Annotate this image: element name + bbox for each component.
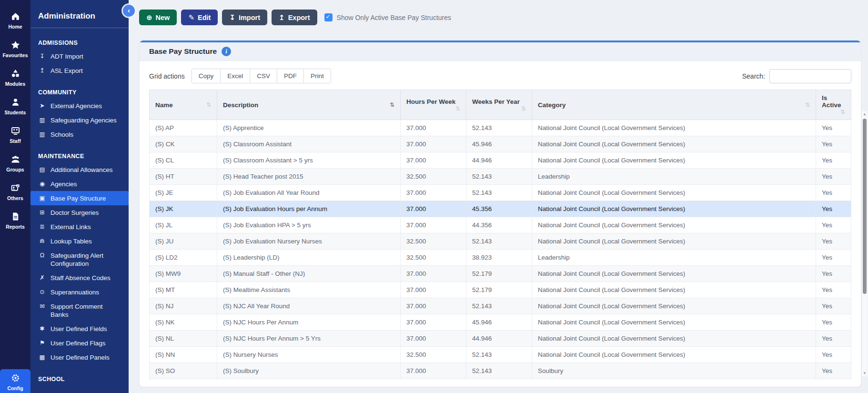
table-row[interactable]: (S) JE (S) Job Evaluation All Year Round… (150, 185, 851, 201)
star-icon (10, 40, 20, 50)
menu-item-safeguarding-agencies[interactable]: ▥ Safeguarding Agencies (30, 113, 129, 127)
menu-item-safeguarding-alert-configuration[interactable]: Ω Safeguarding Alert Configuration (30, 248, 129, 271)
paper-plane-icon: ➤ (38, 102, 46, 110)
column-header-weeks-per-year[interactable]: Weeks Per Year⇅ (466, 90, 532, 120)
export-pdf-button[interactable]: PDF (277, 69, 304, 83)
menu-item-agencies[interactable]: ◉ Agencies (30, 177, 129, 191)
panels-icon: ▦ (38, 353, 46, 362)
menu-item-schools[interactable]: ▥ Schools (30, 127, 129, 141)
export-copy-button[interactable]: Copy (192, 69, 221, 83)
menu-item-adt-import[interactable]: ↧ ADT Import (30, 49, 129, 63)
cell-is-active: Yes (816, 169, 851, 185)
cell-description: (S) Classroom Assistant (217, 136, 401, 152)
sidebar-menu-sections: ADMISSIONS ↧ ADT Import ↥ ASL Export COM… (30, 40, 129, 383)
cell-hours-per-week: 32.500 (401, 250, 466, 266)
base-pay-structure-card: Base Pay Structure i Grid actions CopyEx… (140, 40, 861, 387)
table-row[interactable]: (S) JU (S) Job Evaluation Nursery Nurses… (150, 233, 851, 250)
cell-description: (S) Leadership (LD) (217, 250, 401, 266)
menu-item-asl-export[interactable]: ↥ ASL Export (30, 63, 129, 78)
menu-item-label: External Agencies (50, 102, 102, 110)
table-row[interactable]: (S) SO (S) Soulbury 37.000 52.143 Soulbu… (150, 363, 851, 379)
menu-item-external-agencies[interactable]: ➤ External Agencies (30, 99, 129, 113)
rail-item-modules[interactable]: Modules (0, 69, 30, 87)
menu-item-user-defined-flags[interactable]: ⚑ User Defined Flags (30, 336, 129, 350)
table-row[interactable]: (S) JK (S) Job Evaluation Hours per Annu… (150, 201, 851, 217)
column-header-name[interactable]: Name⇅ (150, 90, 217, 120)
cell-is-active: Yes (816, 233, 851, 250)
menu-item-doctor-surgeries[interactable]: ⊞ Doctor Surgeries (30, 205, 129, 220)
menu-item-superannuations[interactable]: ⊙ Superannuations (30, 285, 129, 299)
cell-is-active: Yes (816, 250, 851, 266)
menu-item-base-pay-structure[interactable]: ▣ Base Pay Structure (30, 191, 129, 205)
info-icon[interactable]: i (222, 47, 231, 56)
export-print-button[interactable]: Print (303, 69, 331, 83)
table-row[interactable]: (S) CL (S) Classroom Assistant > 5 yrs 3… (150, 152, 851, 169)
menu-item-staff-absence-codes[interactable]: ✗ Staff Absence Codes (30, 271, 129, 285)
base-pay-structure-table: Name⇅ Description⇅ Hours Per Week⇅ Weeks… (149, 90, 851, 379)
menu-item-lookup-tables[interactable]: ⋒ Lookup Tables (30, 234, 129, 248)
table-row[interactable]: (S) MW9 (S) Manual Staff - Other (NJ) 37… (150, 266, 851, 282)
menu-item-support-comment-banks[interactable]: ✉ Support Comment Banks (30, 299, 129, 322)
cell-weeks-per-year: 44.356 (466, 217, 532, 233)
import-button[interactable]: ↧ Import (222, 10, 267, 25)
people-screen-icon (10, 126, 20, 136)
scroll-down-arrow-icon[interactable]: ▼ (862, 371, 868, 375)
active-filter-checkbox[interactable] (324, 13, 333, 21)
table-row[interactable]: (S) NL (S) NJC Hours Per Annum > 5 Yrs 3… (150, 331, 851, 347)
cell-name: (S) MW9 (150, 266, 217, 282)
menu-item-user-defined-fields[interactable]: ✱ User Defined Fields (30, 322, 129, 336)
column-header-is-active[interactable]: Is Active⇅ (816, 90, 851, 120)
menu-item-label: Safeguarding Agencies (50, 116, 117, 124)
cell-name: (S) LD2 (150, 250, 217, 266)
table-row[interactable]: (S) LD2 (S) Leadership (LD) 32.500 38.92… (150, 250, 851, 266)
cell-description: (S) Soulbury (217, 363, 401, 379)
menu-item-external-links[interactable]: ≣ External Links (30, 220, 129, 234)
rail-item-home[interactable]: Home (0, 11, 30, 30)
table-row[interactable]: (S) CK (S) Classroom Assistant 37.000 45… (150, 136, 851, 152)
cell-weeks-per-year: 52.143 (466, 347, 532, 363)
cell-category: National Joint Council (Local Government… (532, 185, 816, 201)
menu-section: ADMISSIONS ↧ ADT Import ↥ ASL Export (38, 40, 121, 78)
edit-button[interactable]: ✎ Edit (181, 10, 218, 25)
menu-item-user-defined-panels[interactable]: ▦ User Defined Panels (30, 350, 129, 364)
column-header-category[interactable]: Category⇅ (532, 90, 816, 120)
search-input[interactable] (769, 69, 851, 83)
table-row[interactable]: (S) JL (S) Job Evaluation HPA > 5 yrs 37… (150, 217, 851, 233)
new-button[interactable]: ⊕ New (139, 10, 177, 25)
table-row[interactable]: (S) NN (S) Nursery Nurses 32.500 52.143 … (150, 347, 851, 363)
table-row[interactable]: (S) NK (S) NJC Hours Per Annum 37.000 45… (150, 314, 851, 331)
cell-weeks-per-year: 52.143 (466, 298, 532, 314)
table-row[interactable]: (S) MT (S) Mealtime Assistants 37.000 52… (150, 282, 851, 298)
cell-name: (S) HT (150, 169, 217, 185)
table-row[interactable]: (S) HT (S) Head Teacher post 2015 32.500… (150, 169, 851, 185)
scrollbar-thumb[interactable] (863, 119, 867, 294)
sort-icon: ⇅ (521, 105, 526, 112)
cell-name: (S) NL (150, 331, 217, 347)
cell-name: (S) JK (150, 201, 217, 217)
rail-item-staff[interactable]: Staff (0, 126, 30, 144)
table-row[interactable]: (S) NJ (S) NJC All Year Round 37.000 52.… (150, 298, 851, 314)
cell-category: National Joint Council (Local Government… (532, 233, 816, 250)
export-button[interactable]: ↥ Export (272, 10, 317, 25)
rail-item-config[interactable]: Config (0, 369, 30, 393)
cell-is-active: Yes (816, 347, 851, 363)
menu-item-additional-allowances[interactable]: ▤ Additional Allowances (30, 162, 129, 177)
menu-item-label: Superannuations (50, 288, 99, 296)
column-header-hours-per-week[interactable]: Hours Per Week⇅ (401, 90, 466, 120)
table-row[interactable]: (S) AP (S) Apprentice 37.000 52.143 Nati… (150, 120, 851, 136)
cell-description: (S) Nursery Nurses (217, 347, 401, 363)
rail-item-others[interactable]: Others (0, 183, 30, 201)
cell-name: (S) JE (150, 185, 217, 201)
rail-item-favourites[interactable]: Favourites (0, 40, 30, 58)
scroll-up-arrow-icon[interactable]: ▲ (862, 112, 868, 116)
export-csv-button[interactable]: CSV (250, 69, 277, 83)
rail-item-reports[interactable]: Reports (0, 212, 30, 230)
cell-category: National Joint Council (Local Government… (532, 266, 816, 282)
column-header-description[interactable]: Description⇅ (217, 90, 401, 120)
export-excel-button[interactable]: Excel (220, 69, 250, 83)
rail-item-students[interactable]: Students (0, 97, 30, 115)
cell-category: National Joint Council (Local Government… (532, 201, 816, 217)
menu-section-header: COMMUNITY (38, 89, 121, 96)
sidebar-collapse-button[interactable]: ‹ (123, 5, 135, 17)
rail-item-groups[interactable]: Groups (0, 154, 30, 172)
